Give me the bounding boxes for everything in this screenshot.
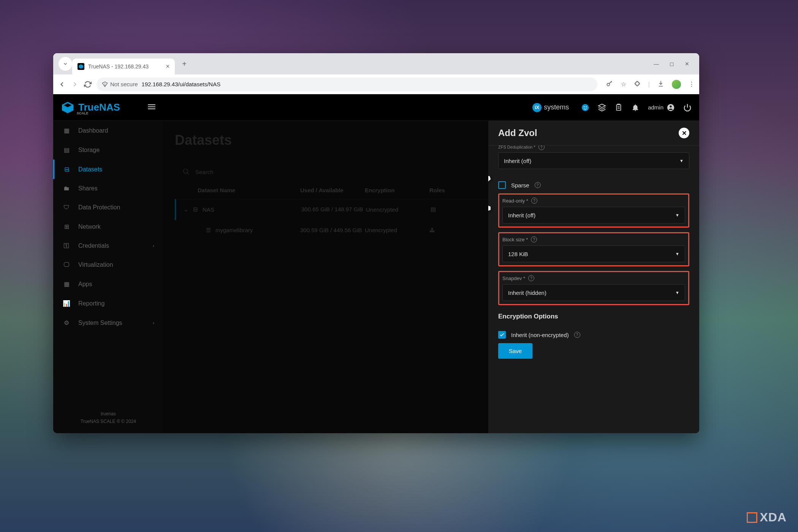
sidebar-item-datasets[interactable]: ⊟Datasets [53, 160, 163, 179]
sidebar-item-dashboard[interactable]: ▦Dashboard [53, 121, 163, 140]
svg-point-3 [582, 104, 589, 111]
browser-menu-icon[interactable]: ⋮ [689, 81, 695, 88]
layers-icon[interactable] [598, 103, 606, 112]
sidebar-item-credentials[interactable]: ⚿Credentials› [53, 236, 163, 255]
browser-address-bar: Not secure 192.168.29.43/ui/datasets/NAS… [53, 74, 699, 94]
truenas-app: TrueNAS SCALE iX systems admin [53, 94, 699, 433]
security-indicator[interactable]: Not secure [102, 81, 138, 87]
browser-reload-button[interactable] [84, 80, 92, 89]
notifications-icon[interactable] [631, 103, 640, 112]
user-menu[interactable]: admin [648, 103, 675, 112]
svg-point-4 [584, 106, 585, 107]
window-close-button[interactable]: ✕ [685, 61, 689, 67]
sidebar-item-shares[interactable]: 🖿Shares [53, 179, 163, 198]
bookmark-star-icon[interactable]: ☆ [621, 81, 626, 88]
storage-icon: ▤ [62, 146, 71, 154]
sparse-checkbox-row[interactable]: Sparse ? [498, 177, 689, 193]
truenas-logo[interactable]: TrueNAS SCALE [61, 101, 120, 114]
chevron-down-icon: ▼ [679, 158, 684, 163]
inherit-enc-checkbox[interactable] [498, 331, 506, 339]
chevron-right-icon: › [153, 320, 154, 326]
url-field[interactable]: Not secure 192.168.29.43/ui/datasets/NAS [97, 78, 597, 91]
save-button[interactable]: Save [498, 343, 532, 359]
tab-search-button[interactable] [59, 57, 72, 71]
sidebar-item-network[interactable]: ⊞Network [53, 217, 163, 236]
browser-forward-button[interactable] [71, 80, 79, 89]
xda-logo-icon [747, 512, 757, 523]
snapdev-highlight: Snapdev *? Inherit (hidden)▼ [498, 271, 689, 305]
status-icon[interactable] [581, 103, 589, 112]
footer-hostname: truenas [60, 411, 157, 416]
footer-copyright: TrueNAS SCALE ® © 2024 [60, 419, 157, 424]
datasets-icon: ⊟ [62, 166, 71, 173]
clipboard-icon[interactable] [614, 103, 623, 112]
logo-icon [61, 101, 74, 114]
blocksize-highlight: Block size *? 128 KiB▼ [498, 232, 689, 266]
inherit-enc-checkbox-row[interactable]: Inherit (non-encrypted) ? [498, 326, 689, 343]
tab-close-button[interactable]: × [166, 63, 169, 70]
sidebar-footer: truenas TrueNAS SCALE ® © 2024 [53, 404, 163, 433]
new-tab-button[interactable]: + [179, 58, 190, 70]
tab-favicon-icon [78, 63, 84, 70]
password-key-icon[interactable] [606, 80, 613, 89]
zfs-dedup-select[interactable]: Inherit (off)▼ [498, 152, 689, 169]
sidebar-item-system-settings[interactable]: ⚙System Settings› [53, 313, 163, 332]
power-icon[interactable] [683, 103, 692, 112]
window-maximize-button[interactable]: ◻ [670, 61, 674, 67]
blocksize-select[interactable]: 128 KiB▼ [502, 245, 685, 262]
ix-icon: iX [532, 103, 542, 112]
key-icon: ⚿ [62, 242, 71, 249]
snapdev-select[interactable]: Inherit (hidden)▼ [502, 284, 685, 301]
apps-icon: ▦ [62, 280, 71, 288]
sidebar-item-reporting[interactable]: 📊Reporting [53, 294, 163, 313]
browser-tab[interactable]: TrueNAS - 192.168.29.43 × [72, 59, 175, 74]
help-icon[interactable]: ? [531, 236, 537, 242]
menu-toggle-button[interactable] [147, 102, 157, 113]
xda-watermark: XDA [747, 510, 787, 524]
sidebar-item-storage[interactable]: ▤Storage [53, 140, 163, 160]
tab-title: TrueNAS - 192.168.29.43 [88, 63, 149, 70]
laptop-icon: 🖵 [62, 261, 71, 268]
panel-close-button[interactable]: ✕ [679, 128, 689, 138]
help-icon[interactable]: ? [531, 198, 537, 204]
ix-label: systems [544, 103, 569, 111]
browser-back-button[interactable] [58, 80, 66, 89]
help-icon[interactable]: ? [528, 275, 534, 281]
readonly-highlight: Read-only *? Inherit (off)▼ [498, 193, 689, 228]
username: admin [648, 104, 663, 111]
svg-point-5 [586, 106, 587, 107]
sidebar-item-apps[interactable]: ▦Apps [53, 274, 163, 294]
blocksize-label: Block size * [502, 237, 528, 242]
help-icon[interactable]: ? [535, 182, 541, 188]
sidebar-item-virtualization[interactable]: 🖵Virtualization [53, 255, 163, 274]
snapdev-label: Snapdev * [502, 276, 525, 281]
download-icon[interactable] [657, 80, 664, 89]
add-zvol-panel: Add Zvol ✕ ZFS Deduplication *? Inherit … [488, 121, 699, 433]
watermark-text: XDA [760, 510, 787, 524]
logo-subtitle: SCALE [77, 111, 89, 115]
chevron-down-icon: ▼ [675, 290, 679, 295]
encryption-section-title: Encryption Options [498, 313, 689, 320]
dashboard-icon: ▦ [62, 127, 71, 134]
sparse-checkbox[interactable] [498, 181, 506, 189]
extensions-icon[interactable] [634, 80, 641, 89]
help-icon[interactable]: ? [574, 332, 580, 338]
readonly-select[interactable]: Inherit (off)▼ [502, 207, 685, 223]
svg-point-9 [670, 105, 672, 108]
chevron-down-icon: ▼ [675, 252, 679, 256]
url-text: 192.168.29.43/ui/datasets/NAS [142, 81, 221, 87]
chevron-right-icon: › [153, 243, 154, 249]
help-icon[interactable]: ? [538, 146, 545, 150]
window-minimize-button[interactable]: — [654, 61, 659, 67]
user-icon [667, 103, 675, 112]
security-label: Not secure [110, 81, 138, 87]
svg-marker-6 [598, 104, 605, 107]
profile-avatar-icon[interactable] [672, 80, 681, 89]
ixsystems-logo[interactable]: iX systems [532, 103, 569, 112]
app-header: TrueNAS SCALE iX systems admin [53, 94, 699, 121]
chevron-down-icon: ▼ [675, 213, 679, 217]
sidebar: ▦Dashboard ▤Storage ⊟Datasets 🖿Shares 🛡D… [53, 94, 163, 433]
panel-title: Add Zvol [498, 128, 537, 138]
svg-rect-7 [617, 104, 621, 110]
sidebar-item-data-protection[interactable]: 🛡Data Protection [53, 198, 163, 217]
